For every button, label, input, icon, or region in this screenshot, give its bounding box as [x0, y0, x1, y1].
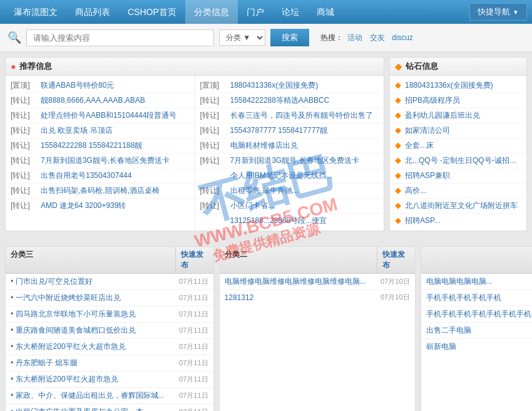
right-panel: ◆ 钻石信息 ◆1880431336x(全国接免费)◆招PB高级程序员◆盈利幼儿… [389, 57, 527, 236]
hot-link-friends[interactable]: 交友 [370, 33, 385, 42]
grid-row: • 门市出兑/可空兑位置好07月11日 [6, 274, 213, 290]
grid-row: • 丹东肥蛎子 熄车腿07月11日 [6, 355, 213, 372]
grid-col-cat3: 分类三 [6, 247, 176, 273]
hot-label: 热搜： [320, 33, 343, 42]
grid-header-1: 分类三 快速发布 [6, 247, 213, 274]
nav-item-waterfalltext[interactable]: 瀑布流图文 [5, 0, 66, 24]
grid-row: • 重庆路食间陋道美食城档口低价出兑07月11日 [6, 323, 213, 339]
category-select[interactable]: 分类 ▼ [219, 29, 265, 46]
grid-col-cat2: 分类二 [220, 247, 377, 273]
recommend-title: 推荐信息 [19, 61, 52, 72]
grid-row: • 家政、中介、保健品出租出兑，睿辉国际城...07月11日 [6, 388, 213, 404]
grid-section-2: 分类二 快速发布 电脑维修电脑维修电脑维修电脑维修电脑...07月10日1281… [219, 246, 416, 411]
grid-row: 手机手机手机手机手机手机手机手机手机手机手机手机手机手机手机手...07月11日 [421, 306, 532, 323]
diamond-item[interactable]: ◆北...QQ号 -定制生日QQ号-诚招长春代理 [390, 153, 526, 169]
recommend-right-item: [转让]长春三连号，四连号及所有靓号特价出售了 [195, 108, 384, 123]
search-icon: 🔍 [8, 31, 21, 44]
diamond-item[interactable]: ◆盈利幼儿园谦后班出兑 [390, 108, 526, 123]
diamond-item[interactable]: ◆招PB高级程序员 [390, 93, 526, 108]
nav-item-cshop[interactable]: CSHOP首页 [119, 0, 185, 24]
diamond-item[interactable]: ◆全套...床 [390, 138, 526, 153]
recommend-right-item: [转让]7月新到国道3G靓号,长春地区免费送卡 [195, 153, 384, 169]
recommend-icon: ● [11, 61, 16, 71]
grid-row: 手机手机手机手机手机07月11日 [421, 290, 532, 306]
grid-row: • 一汽六中附近烧烤炒菜旺店出兑07月11日 [6, 290, 213, 306]
grid-header-2: 分类二 快速发布 [220, 247, 415, 274]
search-button[interactable]: 搜索 [270, 29, 309, 46]
recommend-left-item: [转让]15584222288 15584221188靓 [6, 138, 195, 153]
recommend-left-item: [转让]出售自用老号13504307444 [6, 169, 195, 184]
top-nav: 瀑布流图文 商品列表 CSHOP首页 分类信息 门户 论坛 商城 快捷导航 [0, 0, 532, 24]
search-input[interactable] [26, 29, 214, 46]
recommend-right-item: 个人用IBM笔记本设是无线挡... [195, 169, 384, 184]
recommend-left-item: [转让]出售扫码架,条码枪,陪训椅,酒店桌椅 [6, 184, 195, 199]
recommend-right-col: [置顶]1880431336x(全国接免费)[转让]15584222288等精选… [195, 76, 384, 231]
left-panel: ● 推荐信息 [置顶]联通ABAB号特价80元[转让]靓8888,6666,AA… [5, 57, 384, 236]
hot-link-discuz[interactable]: discuz [392, 33, 413, 42]
diamond-item[interactable]: ◆招聘ASP兼职 [390, 169, 526, 184]
diamond-item[interactable]: ◆如家清洁公司 [390, 123, 526, 138]
main-content: ● 推荐信息 [置顶]联通ABAB号特价80元[转让]靓8888,6666,AA… [0, 52, 532, 241]
recommend-right-item: [转让]15543787777 1558417777靓 [195, 123, 384, 138]
nav-item-productlist[interactable]: 商品列表 [66, 0, 119, 24]
grid-row: • 出租门市广告位置及库房与办公室，本...07月11日 [6, 404, 213, 411]
recommend-left-item: [转让]出兑 欧亚卖场 吊顶店 [6, 123, 195, 138]
recommend-left-col: [置顶]联通ABAB号特价80元[转让]靓8888,6666,AAA,AAAB,… [6, 76, 195, 231]
recommend-left-item: [转让]靓8888,6666,AAA,AAAB,ABAB [6, 93, 195, 108]
diamond-title: 钻石信息 [406, 61, 438, 72]
grid-col-empty [421, 247, 532, 273]
recommend-right-item: [转让]电脑耗材维修店出兑 [195, 138, 384, 153]
recommend-right-item: 13125188...29888号段...便宜 [195, 214, 384, 228]
diamond-icon: ◆ [395, 61, 402, 71]
bottom-grid: 分类三 快速发布 • 门市出兑/可空兑位置好07月11日• 一汽六中附近烧烤炒菜… [0, 241, 532, 411]
grid-col-quickpost2[interactable]: 快速发布 [377, 247, 415, 273]
hot-search-area: 热搜： 活动 交友 discuz [320, 33, 418, 43]
recommend-header: ● 推荐信息 [6, 58, 384, 76]
diamond-item[interactable]: ◆1880431336x(全国接免费) [390, 78, 526, 93]
nav-item-portal[interactable]: 门户 [238, 0, 273, 24]
recommend-section: ● 推荐信息 [置顶]联通ABAB号特价80元[转让]靓8888,6666,AA… [5, 57, 384, 231]
grid-row: • 东大桥附近200平红火大超市急兑07月11日 [6, 339, 213, 355]
grid-row: • 四马路北京华联地下小可乐量装急兑07月11日 [6, 306, 213, 323]
diamond-section: ◆ 钻石信息 ◆1880431336x(全国接免费)◆招PB高级程序员◆盈利幼儿… [389, 57, 527, 231]
grid-row: 出售二手电脑07月10日 [421, 323, 532, 339]
grid-row: 崭新电脑07月10日 [421, 339, 532, 355]
grid-section-3: 快速发布 电脑电脑电脑电脑...07月11日手机手机手机手机手机07月11日手机… [421, 246, 532, 411]
diamond-item[interactable]: ◆北八道街附近至文化广场附近拼车 [390, 199, 526, 214]
nav-item-forum[interactable]: 论坛 [273, 0, 308, 24]
grid-row: • 东大桥附近200平红火超市急兑07月11日 [6, 372, 213, 388]
diamond-item[interactable]: ◆高价... [390, 184, 526, 199]
nav-item-category[interactable]: 分类信息 [185, 0, 238, 24]
grid-col-quickpost1[interactable]: 快速发布 [176, 247, 213, 273]
grid-section-1: 分类三 快速发布 • 门市出兑/可空兑位置好07月11日• 一汽六中附近烧烤炒菜… [5, 246, 214, 411]
recommend-left-item: [转让]7月新到国道3G靓号,长春地区免费送卡 [6, 153, 195, 169]
nav-item-mall[interactable]: 商城 [308, 0, 343, 24]
grid-row: 电脑电脑电脑电脑...07月11日 [421, 274, 532, 290]
grid-header-3: 快速发布 [421, 247, 532, 274]
recommend-right-item: [置顶]1880431336x(全国接免费) [195, 78, 384, 93]
grid-row: 128131207月10日 [220, 290, 415, 304]
quick-nav-button[interactable]: 快捷导航 [469, 3, 527, 21]
grid-row: 电脑维修电脑维修电脑维修电脑维修电脑...07月10日 [220, 274, 415, 290]
search-bar: 🔍 分类 ▼ 搜索 热搜： 活动 交友 discuz [0, 24, 532, 52]
recommend-left-item: [置顶]联通ABAB号特价80元 [6, 78, 195, 93]
recommend-left-item: [转让]AMD 速龙64 3200+939转 [6, 199, 195, 213]
recommend-left-item: [转让]处理点特价号AABB和15104444段普通号 [6, 108, 195, 123]
recommend-right-item: [转让]15584222288等精选AABBCC [195, 93, 384, 108]
diamond-item[interactable]: ◆招聘ASP... [390, 214, 526, 228]
recommend-right-item: [转让]小区门卡省... [195, 199, 384, 214]
diamond-header: ◆ 钻石信息 [390, 58, 526, 76]
recommend-right-item: [转让]出租零售 最牛奔驰... [195, 184, 384, 199]
hot-link-activity[interactable]: 活动 [347, 33, 362, 42]
